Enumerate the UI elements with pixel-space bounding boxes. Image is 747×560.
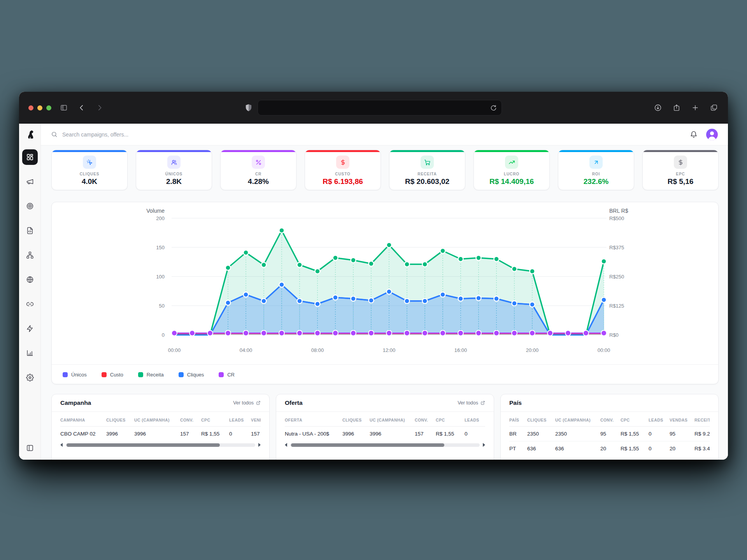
legend-label: Cliques: [187, 372, 204, 378]
svg-text:150: 150: [156, 245, 165, 250]
table-cell: 636: [527, 446, 555, 452]
tab-overview-icon[interactable]: [710, 104, 718, 112]
kpi-value: R$ 14.409,16: [489, 177, 534, 186]
legend-item-receita[interactable]: Receita: [138, 372, 164, 378]
share-icon[interactable]: [673, 104, 680, 112]
sidebar-item-campaigns[interactable]: [22, 174, 38, 189]
kpi-card-receita: RECEITAR$ 20.603,02: [389, 150, 465, 190]
zoom-button[interactable]: [46, 105, 51, 110]
app-logo-dog-icon[interactable]: [25, 124, 35, 145]
sidebar-item-landing-pages[interactable]: [22, 223, 38, 238]
sidebar-toggle-icon[interactable]: [60, 104, 68, 112]
column-header: VENDAS: [670, 418, 694, 422]
svg-text:Volume: Volume: [146, 208, 165, 214]
chart-legend: ÚnicosCustoReceitaCliquesCR: [52, 364, 718, 384]
column-header: CONV.: [600, 418, 621, 422]
close-button[interactable]: [28, 105, 33, 110]
column-header: CPC: [436, 418, 465, 422]
settings-icon: [26, 374, 34, 382]
svg-text:R$125: R$125: [609, 303, 624, 309]
trending-up-icon: [505, 156, 518, 169]
ver-todos-link[interactable]: Ver todos: [458, 400, 485, 406]
sidebar-item-automation[interactable]: [22, 321, 38, 336]
downloads-icon[interactable]: [654, 104, 662, 112]
kpi-value: 4.0K: [82, 177, 97, 186]
kpi-label: CR: [255, 172, 261, 176]
column-header: PAÍS: [509, 418, 527, 422]
traffic-chart: VolumeBRL R$050100150200R$0R$125R$250R$3…: [52, 202, 718, 364]
new-tab-icon[interactable]: [691, 104, 699, 112]
layout-dashboard-icon: [26, 153, 34, 161]
kpi-value: 4.28%: [248, 177, 269, 186]
sidebar-item-dashboard[interactable]: [22, 149, 38, 165]
app-frame: CLIQUES4.0KÚNICOS2.8KCR4.28%CUSTOR$ 6.19…: [19, 124, 728, 460]
globe-icon: [26, 276, 34, 284]
scrollbar-track[interactable]: [290, 443, 480, 447]
pointer-click-icon: [83, 156, 96, 169]
scroll-left-arrow[interactable]: [60, 443, 63, 447]
privacy-shield-icon[interactable]: [245, 104, 252, 112]
kpi-label: CLIQUES: [80, 172, 100, 176]
traffic-lights: [28, 105, 51, 110]
sidebar-item-settings[interactable]: [22, 370, 38, 385]
sidebar-item-domains[interactable]: [22, 272, 38, 287]
legend-item-custo[interactable]: Custo: [102, 372, 123, 378]
legend-item-únicos[interactable]: Únicos: [63, 372, 87, 378]
horizontal-scrollbar[interactable]: [285, 443, 485, 447]
sidebar-item-flows[interactable]: [22, 247, 38, 263]
legend-item-cr[interactable]: CR: [219, 372, 235, 378]
horizontal-scrollbar[interactable]: [60, 443, 261, 447]
kpi-accent-bar: [643, 150, 718, 152]
search-input[interactable]: [62, 131, 226, 138]
traffic-chart-card: VolumeBRL R$050100150200R$0R$125R$250R$3…: [51, 202, 719, 384]
table-cell: CBO CAMP 02: [60, 431, 106, 437]
svg-text:R$250: R$250: [609, 274, 624, 280]
column-header: UC (CAMPANHA): [134, 418, 180, 422]
svg-text:R$500: R$500: [609, 215, 624, 221]
ver-todos-link[interactable]: Ver todos: [233, 400, 261, 406]
table-row[interactable]: BR2350235095R$ 1,55095R$ 9.288,09: [509, 427, 710, 441]
scroll-left-arrow[interactable]: [285, 443, 287, 447]
scrollbar-track[interactable]: [66, 443, 255, 447]
scroll-right-arrow[interactable]: [483, 443, 485, 447]
external-link-icon: [256, 401, 261, 405]
sidebar-item-reports[interactable]: [22, 345, 38, 361]
kpi-accent-bar: [136, 150, 212, 152]
forward-button[interactable]: [96, 104, 103, 112]
sidebar-item-offers[interactable]: [22, 198, 38, 214]
scroll-right-arrow[interactable]: [258, 443, 261, 447]
table-row[interactable]: PT63663620R$ 1,55020R$ 3.484,10: [509, 441, 710, 456]
kpi-value: R$ 6.193,86: [323, 177, 363, 186]
address-bar[interactable]: [258, 100, 502, 116]
notifications-bell-icon[interactable]: [690, 131, 698, 138]
back-button[interactable]: [78, 104, 86, 112]
legend-swatch: [63, 372, 68, 377]
legend-item-cliques[interactable]: Cliques: [179, 372, 204, 378]
browser-toolbar: [19, 92, 728, 124]
svg-text:R$0: R$0: [609, 332, 619, 338]
table-header-row: CAMPANHACLIQUESUC (CAMPANHA)CONV.CPCLEAD…: [60, 412, 261, 427]
global-search[interactable]: [51, 131, 690, 138]
scrollbar-thumb[interactable]: [291, 443, 444, 447]
table-cell: R$ 1,55: [436, 431, 465, 437]
panel-collapse-icon[interactable]: [26, 444, 34, 453]
table-cell: 20: [670, 446, 694, 452]
user-avatar[interactable]: [706, 129, 718, 140]
network-icon: [26, 251, 34, 259]
column-header: UC (CAMPANHA): [370, 418, 415, 422]
svg-text:12:00: 12:00: [383, 347, 396, 353]
table-cell: 0: [649, 446, 670, 452]
reload-icon[interactable]: [490, 105, 497, 111]
svg-text:16:00: 16:00: [454, 347, 467, 353]
column-header: CAMPANHA: [60, 418, 106, 422]
table-row[interactable]: Nutra - USA - 200$39963996157R$ 1,550157: [285, 427, 485, 441]
desktop-background: CLIQUES4.0KÚNICOS2.8KCR4.28%CUSTOR$ 6.19…: [0, 0, 747, 560]
column-header: CLIQUES: [106, 418, 134, 422]
minimize-button[interactable]: [37, 105, 42, 110]
kpi-label: LUCRO: [504, 172, 519, 176]
sidebar-item-links[interactable]: [22, 296, 38, 312]
scrollbar-thumb[interactable]: [67, 443, 220, 447]
table-row[interactable]: CBO CAMP 0239963996157R$ 1,550157R: [60, 427, 261, 441]
kpi-card-cliques: CLIQUES4.0K: [51, 150, 128, 190]
cart-icon: [421, 156, 434, 169]
